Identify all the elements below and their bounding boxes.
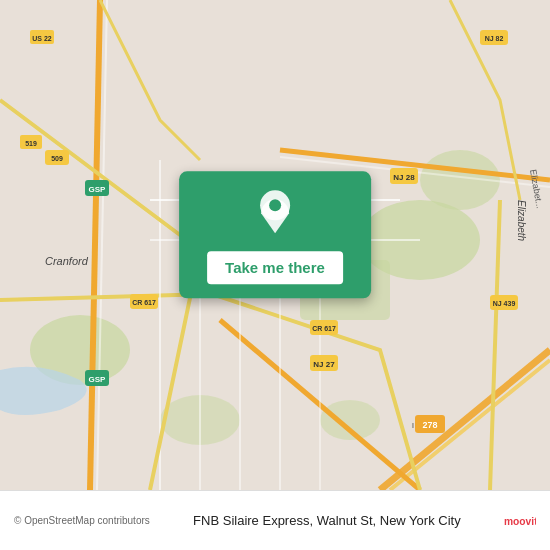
svg-text:US 22: US 22 bbox=[32, 35, 52, 42]
svg-text:Cranford: Cranford bbox=[45, 255, 89, 267]
bottom-bar: © OpenStreetMap contributors FNB Silaire… bbox=[0, 490, 550, 550]
popup-overlay: Take me there bbox=[179, 171, 371, 298]
take-me-there-button[interactable]: Take me there bbox=[207, 251, 343, 284]
svg-point-6 bbox=[320, 400, 380, 440]
svg-text:GSP: GSP bbox=[89, 185, 107, 194]
pin-icon bbox=[257, 189, 293, 237]
copyright-text: © OpenStreetMap contributors bbox=[14, 515, 150, 526]
moovit-icon: moovit bbox=[504, 505, 536, 537]
svg-text:I: I bbox=[412, 422, 414, 429]
svg-point-36 bbox=[269, 199, 281, 211]
svg-text:GSP: GSP bbox=[89, 375, 107, 384]
svg-text:NJ 27: NJ 27 bbox=[313, 360, 335, 369]
popup-box: Take me there bbox=[179, 171, 371, 298]
svg-text:NJ 439: NJ 439 bbox=[493, 300, 516, 307]
moovit-logo: moovit bbox=[504, 505, 536, 537]
svg-text:NJ 28: NJ 28 bbox=[393, 173, 415, 182]
svg-text:278: 278 bbox=[422, 420, 437, 430]
svg-text:CR 617: CR 617 bbox=[312, 325, 336, 332]
map-container: 278 I NJ 27 NJ 28 GSP GSP 509 CR 617 CR … bbox=[0, 0, 550, 490]
svg-text:Elizabeth: Elizabeth bbox=[516, 200, 527, 242]
svg-text:moovit: moovit bbox=[504, 516, 536, 527]
svg-text:509: 509 bbox=[51, 155, 63, 162]
svg-text:CR 617: CR 617 bbox=[132, 299, 156, 306]
svg-text:NJ 82: NJ 82 bbox=[485, 35, 504, 42]
location-text: FNB Silaire Express, Walnut St, New York… bbox=[160, 513, 494, 528]
svg-text:519: 519 bbox=[25, 140, 37, 147]
